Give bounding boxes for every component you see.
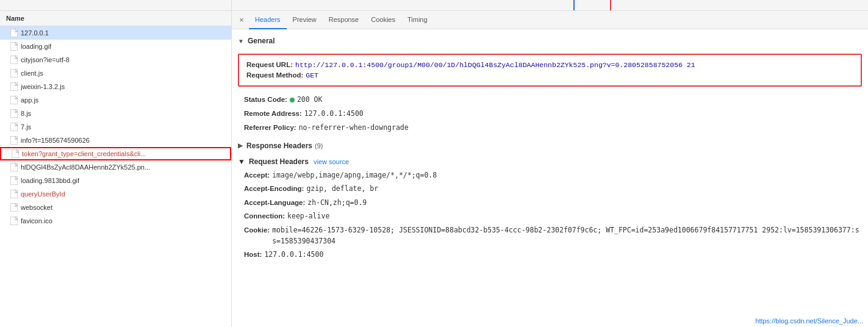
- request-header-label: Cookie:: [244, 225, 270, 235]
- request-header-row: Accept-Encoding:gzip, deflate, br: [232, 182, 868, 195]
- file-icon: [10, 163, 18, 171]
- remote-address-value: 127.0.0.1:4500: [304, 108, 364, 119]
- svg-rect-8: [10, 136, 18, 145]
- svg-rect-3: [10, 69, 18, 77]
- file-icon: [10, 96, 18, 104]
- request-url-value: http://127.0.0.1:4500/group1/M00/00/1D/h…: [295, 61, 695, 69]
- svg-rect-5: [10, 96, 18, 104]
- network-item-item-client-js[interactable]: client.js: [0, 66, 231, 80]
- general-triangle: ▼: [238, 38, 244, 45]
- network-item-item-loading-gif[interactable]: loading.gif: [0, 40, 231, 53]
- network-item-name: websocket: [21, 204, 52, 211]
- svg-rect-11: [10, 176, 18, 185]
- timeline-right: [232, 0, 868, 10]
- network-item-item-jweixin[interactable]: jweixin-1.3.2.js: [0, 80, 231, 93]
- tab-response[interactable]: Response: [323, 11, 365, 29]
- network-item-name: 8.js: [21, 110, 31, 117]
- request-header-label: Host:: [244, 249, 262, 260]
- svg-rect-9: [12, 149, 19, 158]
- file-icon: [10, 176, 18, 185]
- tab-close-button[interactable]: ×: [237, 15, 246, 25]
- general-section: ▼ General Request URL: http://127.0.0.1:…: [232, 34, 868, 137]
- request-header-value: gzip, deflate, br: [306, 183, 378, 194]
- timeline-marker-red: [610, 0, 611, 10]
- network-list: 127.0.0.1loading.gifcityjson?ie=utf-8cli…: [0, 26, 231, 228]
- network-item-item-7js[interactable]: 7.js: [0, 120, 231, 134]
- remote-address-label: Remote Address:: [244, 108, 302, 119]
- request-url-row: Request URL: http://127.0.0.1:4500/group…: [246, 60, 853, 70]
- network-item-name: cityjson?ie=utf-8: [21, 56, 70, 63]
- left-panel-header: Name: [0, 11, 231, 26]
- svg-rect-10: [10, 163, 18, 171]
- svg-rect-13: [10, 203, 18, 212]
- network-item-item-loading9813[interactable]: loading.9813bbd.gif: [0, 174, 231, 187]
- request-header-row: Accept-Language:zh-CN,zh;q=0.9: [232, 196, 868, 209]
- status-code-value: 200 OK: [297, 94, 323, 105]
- right-panel: × HeadersPreviewResponseCookiesTiming ▼ …: [232, 11, 868, 327]
- svg-rect-4: [10, 82, 18, 91]
- file-icon: [10, 217, 18, 225]
- network-item-item-cityjson[interactable]: cityjson?ie=utf-8: [0, 53, 231, 66]
- file-icon: [10, 136, 18, 145]
- svg-rect-7: [10, 123, 18, 131]
- status-dot: [290, 94, 297, 106]
- network-item-name: favicon.ico: [21, 217, 52, 225]
- network-item-item-info[interactable]: info?t=1585674590626: [0, 134, 231, 147]
- file-icon: [10, 29, 18, 37]
- request-header-label: Accept-Encoding:: [244, 183, 304, 194]
- svg-rect-14: [10, 217, 18, 225]
- network-item-item-queryUserById[interactable]: queryUserById: [0, 187, 231, 201]
- file-icon: [10, 190, 18, 198]
- request-header-label: Connection:: [244, 210, 285, 221]
- network-item-name: queryUserById: [21, 190, 65, 198]
- remote-address-row: Remote Address: 127.0.0.1:4500: [232, 107, 868, 120]
- request-headers-triangle: ▼: [238, 157, 245, 166]
- file-icon: [10, 203, 18, 212]
- network-item-name: info?t=1585674590626: [21, 137, 90, 144]
- file-icon: [11, 149, 20, 158]
- response-headers-triangle: ▶: [238, 142, 243, 149]
- network-item-item-token[interactable]: token?grant_type=client_credentials&cli.…: [0, 147, 231, 160]
- general-box: Request URL: http://127.0.0.1:4500/group…: [238, 54, 862, 87]
- timeline-marker-blue: [573, 0, 575, 10]
- general-section-header[interactable]: ▼ General: [232, 34, 868, 48]
- request-header-row: Cookie:mobile=46226-1573-6329-10528; JSE…: [232, 223, 868, 248]
- network-item-item-app-js[interactable]: app.js: [0, 93, 231, 107]
- request-header-label: Accept:: [244, 170, 270, 181]
- network-item-name: 7.js: [21, 123, 31, 131]
- network-item-item-hlDQGl4[interactable]: hlDQGl4BsZyAcl8DAAHennb2ZYk525.pn...: [0, 160, 231, 174]
- response-headers-header[interactable]: ▶ Response Headers (9): [232, 139, 868, 153]
- timeline-left: [0, 0, 232, 10]
- request-url-label: Request URL:: [246, 61, 293, 68]
- network-item-item-favicon[interactable]: favicon.ico: [0, 214, 231, 228]
- request-headers-title: Request Headers: [249, 157, 309, 166]
- network-item-item-127001[interactable]: 127.0.0.1: [0, 26, 231, 40]
- svg-rect-0: [10, 29, 18, 37]
- tab-cookies[interactable]: Cookies: [365, 11, 401, 29]
- svg-rect-2: [10, 56, 18, 64]
- file-icon: [10, 42, 18, 51]
- network-item-item-8js[interactable]: 8.js: [0, 107, 231, 120]
- file-icon: [10, 82, 18, 91]
- file-icon: [10, 56, 18, 64]
- footer-link[interactable]: https://blog.csdn.net/Silence_Jude...: [755, 317, 863, 325]
- network-item-item-websocket[interactable]: websocket: [0, 201, 231, 214]
- request-header-value: keep-alive: [287, 210, 329, 221]
- status-code-label: Status Code:: [244, 94, 287, 105]
- network-item-name: token?grant_type=client_credentials&cli.…: [22, 150, 146, 157]
- tab-timing[interactable]: Timing: [401, 11, 434, 29]
- view-source-link[interactable]: view source: [314, 158, 349, 165]
- referrer-policy-label: Referrer Policy:: [244, 122, 296, 133]
- left-panel: Name 127.0.0.1loading.gifcityjson?ie=utf…: [0, 11, 232, 327]
- svg-rect-1: [10, 42, 18, 51]
- svg-rect-6: [10, 109, 18, 118]
- request-headers-rows: Accept:image/webp,image/apng,image/*,*/*…: [232, 168, 868, 262]
- request-headers-bar: ▼ Request Headers view source: [232, 155, 868, 168]
- main-container: Name 127.0.0.1loading.gifcityjson?ie=utf…: [0, 11, 868, 327]
- tabs-container: HeadersPreviewResponseCookiesTiming: [249, 11, 434, 29]
- request-method-row: Request Method: GET: [246, 70, 853, 81]
- svg-rect-12: [10, 190, 18, 198]
- tab-preview[interactable]: Preview: [287, 11, 323, 29]
- request-method-value: GET: [306, 71, 318, 79]
- tab-headers[interactable]: Headers: [249, 11, 287, 29]
